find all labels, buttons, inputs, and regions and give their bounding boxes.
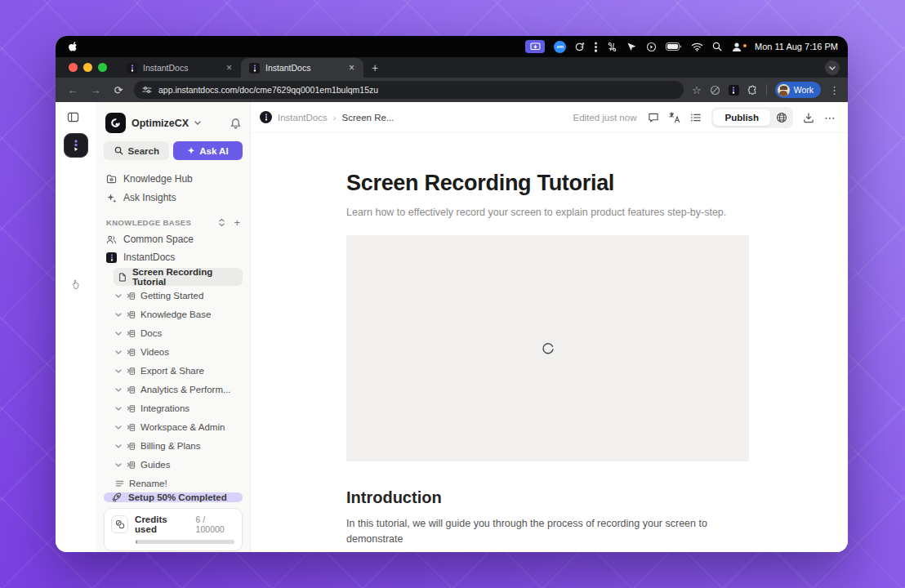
tree-item-folder[interactable]: Guides [104, 456, 243, 474]
credits-label: Credits used [135, 514, 189, 534]
wifi-icon[interactable] [691, 40, 703, 53]
extensions-puzzle-icon[interactable] [747, 85, 758, 96]
instantdocs-app-icon[interactable] [64, 133, 88, 158]
translate-icon[interactable] [669, 112, 680, 123]
chevron-down-icon[interactable] [115, 294, 122, 298]
user-switch-icon[interactable] [731, 40, 742, 53]
base-item-common-space[interactable]: Common Space [104, 231, 243, 247]
section-title: KNOWLEDGE BASES [106, 218, 191, 227]
tree-item-folder[interactable]: Workspace & Admin [104, 418, 243, 436]
grammarly-app-icon[interactable] [575, 40, 585, 53]
tab-close-icon[interactable]: × [224, 62, 234, 74]
zoom-window-button[interactable] [98, 63, 107, 72]
more-options-icon[interactable]: ⋯ [824, 111, 836, 124]
collection-icon [127, 348, 136, 357]
credits-progress-bar [136, 540, 234, 544]
section-paragraph[interactable]: In this tutorial, we will guide you thro… [346, 516, 749, 547]
comments-icon[interactable] [648, 112, 659, 122]
breadcrumb: InstantDocs › Screen Re... [260, 111, 395, 123]
address-bar[interactable]: app.instantdocs.com/doc/cme7629qq0001em1… [134, 81, 684, 99]
tree-item-label: Integrations [140, 403, 189, 413]
ask-ai-button[interactable]: ✦ Ask AI [173, 141, 243, 160]
document-subtitle[interactable]: Learn how to effectively record your scr… [346, 207, 749, 218]
setup-progress-button[interactable]: Setup 50% Completed [104, 492, 243, 502]
download-icon[interactable] [803, 112, 814, 123]
chevron-down-icon[interactable] [115, 407, 122, 411]
credits-value: 6 / 100000 [196, 514, 234, 534]
tree-item-folder[interactable]: Analytics & Perform... [104, 381, 243, 399]
chevron-down-icon[interactable] [115, 332, 122, 336]
collapse-all-icon[interactable] [218, 218, 225, 227]
tree-item-folder[interactable]: Billing & Plans [104, 437, 243, 455]
chevron-down-icon[interactable] [115, 369, 122, 373]
url-text[interactable]: app.instantdocs.com/doc/cme7629qq0001em1… [158, 85, 378, 95]
screen-mirroring-icon[interactable] [525, 40, 545, 53]
tree-item-folder[interactable]: Knowledge Base [104, 305, 243, 323]
record-icon[interactable] [646, 40, 657, 53]
tree-item-folder[interactable]: Getting Started [104, 287, 243, 305]
macos-menubar: zm [56, 36, 848, 57]
sidebar-item-knowledge-hub[interactable]: Knowledge Hub [104, 171, 243, 187]
knowledge-bases-list: Common Space InstantDocs [104, 231, 243, 265]
menubar-clock[interactable]: Mon 11 Aug 7:16 PM [755, 42, 838, 51]
site-info-icon[interactable] [142, 86, 152, 94]
workspace-switcher[interactable]: OptimizeCX [104, 113, 243, 133]
breadcrumb-parent[interactable]: InstantDocs [278, 113, 328, 122]
tab-title: InstantDocs [143, 63, 218, 73]
forward-button[interactable]: → [88, 84, 103, 96]
nav-label: Knowledge Hub [123, 173, 193, 185]
chevron-down-icon[interactable] [115, 388, 122, 392]
browser-tab-1[interactable]: InstantDocs × [118, 58, 241, 78]
tree-item-folder[interactable]: Integrations [104, 399, 243, 417]
zoom-app-icon[interactable]: zm [554, 40, 566, 53]
instantdocs-extension-icon[interactable] [729, 85, 739, 96]
profile-chip[interactable]: Work [775, 82, 821, 98]
new-tab-button[interactable]: + [363, 61, 386, 78]
tab-search-chevron-button[interactable] [825, 60, 840, 75]
credits-card[interactable]: Credits used 6 / 100000 [104, 508, 243, 551]
tree-item-label: Knowledge Base [140, 310, 211, 319]
collection-icon [127, 367, 136, 376]
section-heading[interactable]: Introduction [346, 488, 749, 507]
breadcrumb-current[interactable]: Screen Re... [342, 113, 395, 122]
publish-button[interactable]: Publish [713, 109, 770, 126]
tree-item-folder[interactable]: Docs [104, 324, 243, 342]
add-knowledge-base-icon[interactable]: + [234, 217, 240, 228]
chevron-down-icon [194, 121, 201, 125]
tree-item-folder[interactable]: Videos [104, 343, 243, 361]
instantdocs-menubar-icon[interactable] [594, 40, 598, 53]
reload-button[interactable]: ⟳ [111, 84, 126, 96]
close-window-button[interactable] [69, 63, 78, 72]
profile-avatar [778, 84, 790, 96]
minimize-window-button[interactable] [83, 63, 92, 72]
tree-item-rename[interactable]: Rename! [104, 474, 243, 492]
globe-icon[interactable] [772, 109, 791, 127]
left-rail [56, 102, 96, 552]
apple-menu-icon[interactable] [67, 41, 78, 53]
loading-spinner-icon [542, 342, 555, 355]
document-title[interactable]: Screen Recording Tutorial [346, 171, 749, 196]
tab-close-icon[interactable]: × [346, 62, 357, 74]
app-clover-icon[interactable] [607, 40, 617, 53]
notifications-bell-icon[interactable] [230, 118, 241, 129]
collection-icon [127, 310, 136, 319]
sidebar-toggle-icon[interactable] [67, 111, 96, 123]
tree-item-folder[interactable]: Export & Share [104, 362, 243, 380]
browser-tab-2-active[interactable]: InstantDocs × [241, 58, 363, 78]
base-item-instantdocs[interactable]: InstantDocs [104, 249, 243, 265]
search-button[interactable]: Search [104, 141, 169, 160]
screen-share-play-icon[interactable] [626, 40, 637, 53]
chevron-down-icon[interactable] [115, 425, 122, 430]
sidebar-item-ask-insights[interactable]: Ask Insights [104, 189, 243, 206]
bookmark-star-icon[interactable]: ☆ [692, 84, 702, 96]
browser-menu-icon[interactable]: ⋮ [829, 84, 840, 96]
chevron-down-icon[interactable] [115, 444, 122, 448]
content-blocked-icon[interactable] [710, 85, 720, 96]
spotlight-search-icon[interactable] [712, 40, 722, 53]
tree-item-selected[interactable]: Screen Recording Tutorial [114, 268, 243, 286]
chevron-down-icon[interactable] [115, 463, 122, 467]
chevron-down-icon[interactable] [115, 350, 122, 354]
back-button[interactable]: ← [65, 84, 80, 96]
chevron-down-icon[interactable] [115, 313, 122, 317]
outline-list-icon[interactable] [690, 113, 702, 122]
